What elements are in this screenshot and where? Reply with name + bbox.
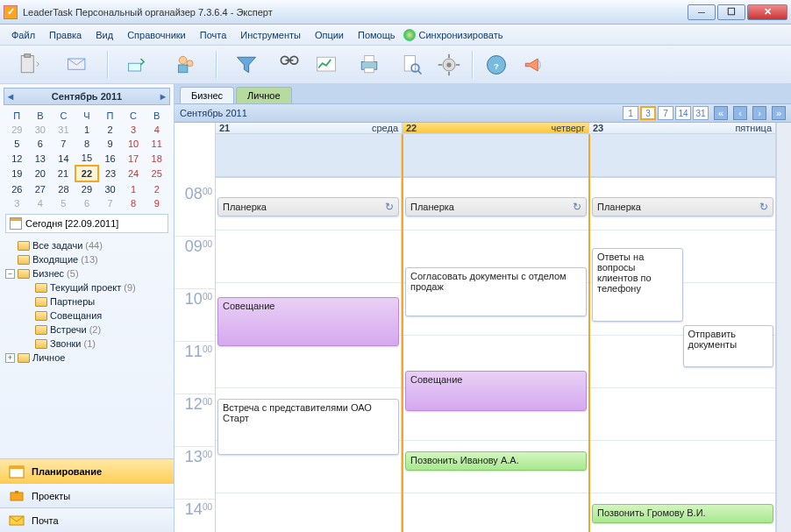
task-block[interactable]: Позвонить Громову В.И. [592, 504, 773, 523]
calendar-day[interactable]: 7 [52, 137, 75, 151]
expand-icon[interactable]: + [5, 353, 15, 363]
menu-view[interactable]: Вид [89, 27, 119, 43]
scrollbar[interactable] [776, 123, 791, 532]
day-column[interactable]: Планерка↻Согласовать документы с отделом… [402, 134, 590, 532]
day-header[interactable]: 21среда [216, 123, 403, 133]
calendar-day[interactable]: 15 [75, 151, 99, 166]
menu-file[interactable]: Файл [5, 27, 41, 43]
calendar-day[interactable]: 5 [5, 137, 29, 151]
close-button[interactable]: ✕ [747, 4, 787, 20]
send-receive-button[interactable] [118, 51, 158, 79]
task-block[interactable]: Встреча с представителями ОАО Старт [217, 399, 399, 455]
task-block[interactable]: Согласовать документы с отделом продаж [405, 267, 587, 316]
calendar-day[interactable]: 9 [145, 196, 168, 210]
calendar-day[interactable]: 8 [75, 137, 99, 151]
nav-last[interactable]: » [772, 106, 786, 120]
calendar-day[interactable]: 29 [75, 181, 99, 196]
calendar-day[interactable]: 6 [75, 196, 99, 210]
calendar-day[interactable]: 5 [52, 196, 75, 210]
nav-mail[interactable]: Почта [0, 507, 174, 532]
calendar-day[interactable]: 28 [52, 181, 75, 196]
calendar-day[interactable]: 9 [98, 137, 122, 151]
calendar-day[interactable]: 20 [29, 166, 53, 181]
view-days-1[interactable]: 1 [623, 106, 638, 120]
calendar-day[interactable]: 1 [75, 123, 99, 137]
tree-all-tasks[interactable]: Все задачи (44) [4, 238, 170, 252]
calendar-day[interactable]: 31 [52, 123, 75, 137]
calendar-day[interactable]: 24 [122, 166, 146, 181]
calendar-day[interactable]: 21 [52, 166, 75, 181]
tree-item[interactable]: Партнеры [4, 294, 170, 309]
help-button[interactable]: ? [482, 51, 510, 79]
tree-business[interactable]: − Бизнес (5) [4, 266, 170, 280]
minimize-button[interactable]: ─ [688, 4, 716, 20]
mail-button[interactable] [58, 51, 98, 79]
task-block[interactable]: Позвонить Иванову А.А. [405, 451, 587, 471]
task-block[interactable]: Планерка↻ [592, 197, 773, 216]
calendar-day[interactable]: 2 [145, 181, 168, 196]
collapse-icon[interactable]: − [5, 269, 15, 279]
calendar-day[interactable]: 17 [122, 151, 146, 166]
calendar-day[interactable]: 10 [122, 137, 146, 151]
month-prev[interactable]: ◄ [4, 90, 17, 103]
menu-mail[interactable]: Почта [194, 27, 233, 43]
menu-edit[interactable]: Правка [43, 27, 88, 43]
menu-refs[interactable]: Справочники [121, 27, 192, 43]
nav-first[interactable]: « [714, 106, 728, 120]
calendar-day[interactable]: 3 [5, 196, 29, 210]
calendar-day[interactable]: 26 [5, 181, 29, 196]
calendar-day[interactable]: 16 [98, 151, 122, 166]
view-days-7[interactable]: 7 [658, 106, 673, 120]
maximize-button[interactable]: ☐ [717, 4, 745, 20]
tab-business[interactable]: Бизнес [180, 87, 234, 103]
filter-button[interactable] [226, 51, 267, 79]
menu-options[interactable]: Опции [309, 27, 350, 43]
sync-button[interactable]: Синхронизировать [403, 29, 503, 41]
find-button[interactable] [275, 51, 303, 79]
contacts-button[interactable] [167, 51, 207, 79]
view-days-14[interactable]: 14 [675, 106, 691, 120]
calendar-day[interactable]: 19 [5, 166, 29, 181]
nav-projects[interactable]: Проекты [0, 483, 174, 507]
calendar-day[interactable]: 22 [75, 166, 99, 181]
calendar-day[interactable]: 30 [29, 123, 53, 137]
tree-item[interactable]: Встречи (2) [4, 323, 170, 337]
task-block[interactable]: Ответы на вопросы клиентов по телефону [592, 248, 683, 322]
task-block[interactable]: Совещание [405, 371, 587, 411]
calendar-day[interactable]: 23 [98, 166, 122, 181]
mini-calendar[interactable]: ПВСЧПСВ 29303112345678910111213141516171… [5, 109, 168, 210]
calendar-day[interactable]: 30 [98, 181, 122, 196]
day-column[interactable]: Планерка↻СовещаниеВстреча с представител… [216, 134, 402, 532]
day-column[interactable]: Планерка↻Ответы на вопросы клиентов по т… [590, 134, 776, 532]
month-next[interactable]: ► [157, 90, 169, 103]
today-button[interactable]: Сегодня [22.09.2011] [5, 214, 168, 233]
nav-planning[interactable]: Планирование [0, 458, 174, 483]
announce-button[interactable] [519, 51, 547, 79]
tree-item[interactable]: Текущий проект (9) [4, 280, 170, 294]
calendar-day[interactable]: 12 [5, 151, 29, 166]
calendar-day[interactable]: 7 [98, 196, 122, 210]
paste-button[interactable] [9, 51, 49, 79]
nav-next[interactable]: › [752, 106, 766, 120]
menu-tools[interactable]: Инструменты [234, 27, 307, 43]
menu-help[interactable]: Помощь [352, 27, 402, 43]
calendar-day[interactable]: 25 [145, 166, 168, 181]
task-block[interactable]: Совещание [217, 297, 399, 346]
day-header[interactable]: 23пятница [589, 123, 776, 133]
tree-inbox[interactable]: Входящие (13) [4, 252, 170, 266]
settings-button[interactable] [435, 51, 463, 79]
tree-item[interactable]: Совещания [4, 309, 170, 323]
calendar-day[interactable]: 29 [5, 123, 29, 137]
calendar-day[interactable]: 27 [29, 181, 53, 196]
tab-personal[interactable]: Личное [236, 87, 291, 103]
tree-item[interactable]: Звонки (1) [4, 337, 170, 351]
view-days-31[interactable]: 31 [693, 106, 709, 120]
preview-button[interactable] [398, 51, 426, 79]
calendar-day[interactable]: 18 [145, 151, 168, 166]
calendar-day[interactable]: 2 [98, 123, 122, 137]
days-body[interactable]: Планерка↻СовещаниеВстреча с представител… [216, 134, 776, 532]
chart-button[interactable] [312, 51, 340, 79]
tree-personal[interactable]: + Личное [4, 351, 170, 365]
calendar-day[interactable]: 1 [122, 181, 146, 196]
calendar-day[interactable]: 8 [122, 196, 146, 210]
